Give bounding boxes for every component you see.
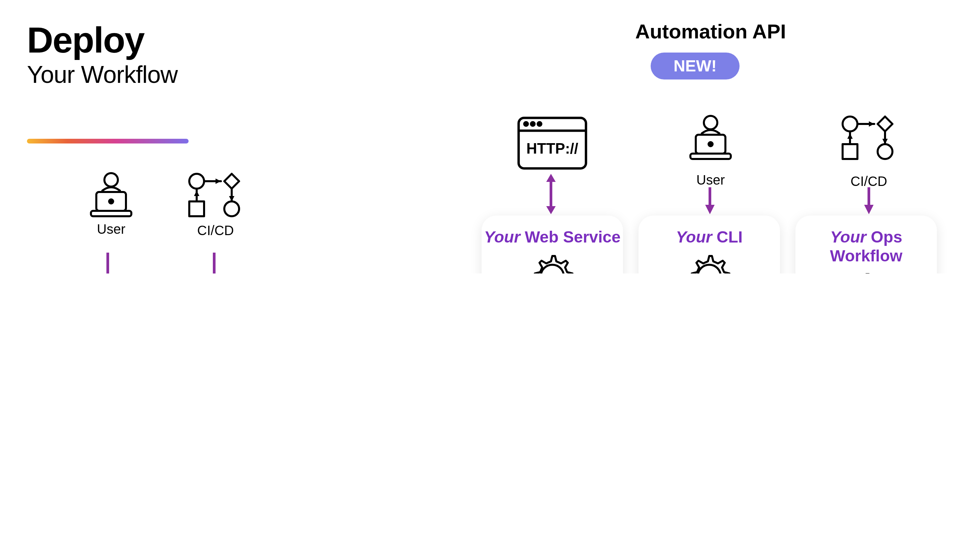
svg-point-3 xyxy=(109,199,113,204)
svg-point-26 xyxy=(538,122,541,126)
svg-point-27 xyxy=(704,116,718,129)
user-label: User xyxy=(78,222,145,237)
gradient-divider xyxy=(27,139,189,143)
card-ops-workflow-title: Your Ops Workflow xyxy=(795,228,937,265)
cicd-label-right: CI/CD xyxy=(832,174,906,189)
svg-marker-47 xyxy=(864,205,873,214)
svg-marker-37 xyxy=(878,116,892,131)
user-icon-right-block: User xyxy=(677,114,744,188)
heading-deploy: Deploy xyxy=(27,19,144,60)
card-your-cli-title: Your CLI xyxy=(638,228,780,246)
svg-rect-2 xyxy=(91,211,131,216)
heading-subtitle: Your Workflow xyxy=(27,60,178,89)
svg-point-31 xyxy=(843,116,858,131)
cicd-icon-block: CI/CD xyxy=(178,172,253,239)
svg-point-0 xyxy=(104,173,118,187)
arrow-user-to-cli xyxy=(101,253,115,274)
arrow-http-bidir xyxy=(544,174,558,214)
user-icon xyxy=(84,172,138,219)
browser-icon: HTTP:// xyxy=(515,114,589,172)
svg-marker-42 xyxy=(546,174,556,182)
svg-marker-34 xyxy=(847,134,853,139)
svg-marker-36 xyxy=(869,121,874,127)
cicd-label: CI/CD xyxy=(178,223,253,239)
svg-rect-5 xyxy=(189,202,204,216)
svg-rect-29 xyxy=(690,154,731,159)
svg-marker-43 xyxy=(546,206,556,214)
http-icon-block: HTTP:// xyxy=(512,114,593,175)
svg-point-30 xyxy=(709,142,713,146)
api-gear-icon: API xyxy=(682,249,736,274)
svg-marker-45 xyxy=(705,205,714,214)
cicd-icon-right xyxy=(835,114,902,163)
svg-point-25 xyxy=(531,122,535,126)
svg-point-24 xyxy=(524,122,528,126)
cicd-icon xyxy=(182,172,249,220)
user-label-right: User xyxy=(677,172,744,188)
svg-text:API: API xyxy=(702,271,716,274)
card-ops-workflow: Your Ops Workflow API PulumiAutomation A… xyxy=(795,216,937,274)
api-gear-icon: API xyxy=(839,267,893,274)
svg-point-4 xyxy=(189,174,204,189)
arrow-user-to-card xyxy=(703,187,717,214)
user-icon-right xyxy=(684,114,738,162)
svg-point-13 xyxy=(224,202,239,216)
api-gear-icon: API xyxy=(525,249,579,274)
card-web-service-title: Your Web Service xyxy=(482,228,623,246)
user-icon-block: User xyxy=(78,172,145,237)
svg-point-40 xyxy=(878,144,892,159)
svg-text:API: API xyxy=(545,271,559,274)
card-web-service: Your Web Service API PulumiAutomation AP… xyxy=(482,216,623,274)
svg-marker-9 xyxy=(216,178,221,184)
cicd-icon-right-block: CI/CD xyxy=(832,114,906,189)
arrow-cicd-to-cli xyxy=(207,253,221,274)
new-badge: NEW! xyxy=(651,52,740,80)
svg-rect-32 xyxy=(843,144,858,159)
arrow-cicd-to-card xyxy=(862,187,876,214)
http-text: HTTP:// xyxy=(527,140,578,157)
automation-api-title: Automation API xyxy=(609,20,811,43)
svg-marker-7 xyxy=(194,191,199,196)
svg-marker-10 xyxy=(224,174,239,189)
card-your-cli: Your CLI API PulumiAutomation API xyxy=(638,216,780,274)
